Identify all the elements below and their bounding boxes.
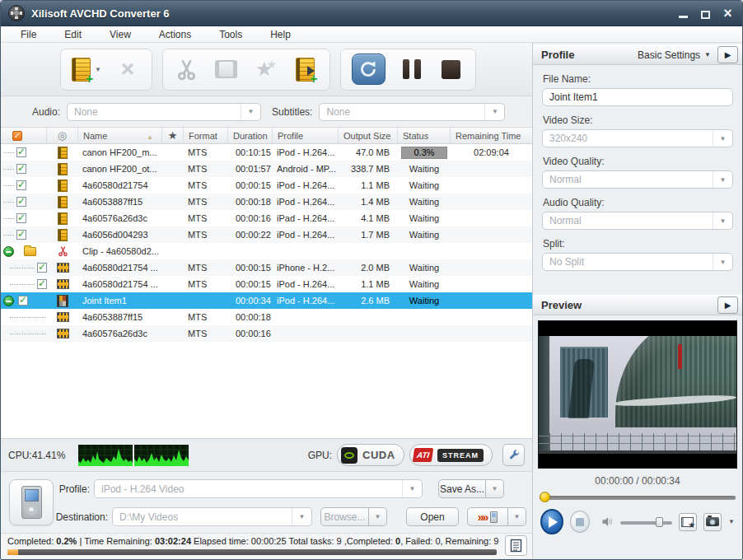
collapse-button[interactable]	[3, 246, 14, 257]
save-as-menu-button[interactable]	[486, 479, 504, 498]
split-select[interactable]: No Split	[542, 253, 733, 271]
menu-actions[interactable]: Actions	[159, 29, 191, 40]
add-file-button[interactable]: + ▼	[72, 52, 101, 86]
snapshot-folder-button[interactable]	[679, 513, 697, 531]
menu-help[interactable]: Help	[270, 29, 291, 40]
table-row[interactable]: 4a60576a26d3cMTS00:00:16	[1, 325, 532, 342]
effects-button[interactable]: ★★	[253, 52, 279, 86]
select-all-checkbox[interactable]	[12, 131, 22, 141]
table-row[interactable]: 4a6053887ff15MTS00:00:18iPod - H.264...1…	[1, 194, 532, 210]
header-name[interactable]: Name	[78, 128, 162, 143]
file-name-input[interactable]: Joint Item1	[542, 88, 733, 106]
video-quality-select[interactable]: Normal	[542, 170, 733, 189]
chevron-down-icon[interactable]	[713, 171, 732, 188]
table-row[interactable]: canon HF200_ot...MTS00:01:57Android - MP…	[1, 161, 532, 177]
chevron-down-icon[interactable]	[713, 254, 732, 270]
pause-icon	[403, 59, 409, 79]
header-media-icon[interactable]	[47, 128, 78, 143]
transfer-to-device-button[interactable]: »»	[467, 507, 508, 526]
header-star[interactable]	[162, 128, 184, 143]
subtitles-select[interactable]: None	[319, 103, 505, 121]
menu-edit[interactable]: Edit	[64, 29, 82, 40]
snapshot-menu-caret[interactable]: ▼	[728, 518, 735, 525]
delete-button[interactable]: ×	[114, 52, 141, 86]
convert-button[interactable]	[352, 54, 386, 85]
header-format[interactable]: Format	[184, 128, 228, 143]
row-checkbox[interactable]	[16, 230, 26, 240]
clip-button[interactable]	[174, 52, 200, 86]
menu-tools[interactable]: Tools	[219, 29, 242, 40]
row-checkbox[interactable]	[16, 147, 26, 157]
row-checkbox[interactable]	[16, 164, 26, 174]
table-row[interactable]: 4a60576a26d3cMTS00:00:16iPad - H.264...4…	[1, 210, 532, 226]
video-size-select[interactable]: 320x240	[542, 129, 733, 147]
row-checkbox[interactable]	[16, 197, 26, 207]
row-checkbox[interactable]	[18, 296, 28, 306]
add-output-profile-button[interactable]: +	[292, 52, 319, 86]
row-checkbox[interactable]	[16, 180, 26, 190]
table-row[interactable]: 4a60580d21754MTS00:00:15iPod - H.264...1…	[1, 177, 532, 194]
collapse-button[interactable]	[3, 296, 14, 306]
chevron-down-icon[interactable]	[713, 212, 732, 229]
destination-select[interactable]: D:\My Videos	[112, 507, 312, 526]
table-row[interactable]: 4a60580d21754 ...MTS00:00:15iPod - H.264…	[1, 276, 532, 292]
audio-select[interactable]: None	[67, 103, 261, 121]
volume-slider[interactable]	[620, 516, 672, 528]
details-button[interactable]	[505, 535, 527, 556]
header-status[interactable]: Status	[398, 128, 451, 143]
preview-expand-button[interactable]	[717, 296, 738, 314]
seek-knob[interactable]	[540, 492, 550, 502]
preview-stop-button[interactable]	[570, 511, 590, 533]
chevron-down-icon[interactable]	[241, 104, 260, 120]
table-row[interactable]: Joint Item100:00:34iPod - H.264...2.6 MB…	[1, 292, 532, 309]
snapshot-button[interactable]	[703, 513, 722, 531]
destination-value: D:\My Videos	[113, 511, 292, 523]
output-profile-select[interactable]: iPod - H.264 Video	[94, 479, 423, 498]
browse-button[interactable]: Browse...	[320, 507, 369, 526]
menu-view[interactable]: View	[110, 29, 131, 40]
chevron-down-icon[interactable]	[292, 508, 311, 525]
volume-handle[interactable]	[656, 517, 663, 527]
header-profile[interactable]: Profile	[273, 128, 339, 143]
row-checkbox[interactable]	[37, 263, 47, 273]
profile-expand-button[interactable]	[717, 46, 738, 63]
play-button[interactable]	[540, 509, 563, 534]
chevron-down-icon[interactable]	[402, 480, 422, 497]
transfer-menu-button[interactable]	[508, 507, 526, 526]
browse-menu-button[interactable]	[369, 507, 387, 526]
table-row[interactable]: 4a60580d21754 ...MTS00:00:15iPhone - H.2…	[1, 259, 532, 276]
crop-button[interactable]	[213, 52, 240, 86]
open-button[interactable]: Open	[406, 507, 459, 526]
basic-settings-dropdown[interactable]: Basic Settings	[638, 49, 711, 61]
cuda-button[interactable]: CUDA	[337, 444, 404, 466]
stop-icon	[576, 518, 584, 526]
table-row[interactable]: 4a6053887ff15MTS00:00:18	[1, 309, 532, 325]
header-remaining-time[interactable]: Remaining Time	[451, 128, 532, 143]
menu-file[interactable]: File	[21, 29, 36, 40]
chevron-down-icon[interactable]	[713, 130, 732, 147]
seek-track[interactable]	[540, 496, 736, 500]
header-duration[interactable]: Duration	[228, 128, 273, 143]
seek-slider[interactable]	[540, 492, 736, 503]
stop-button[interactable]	[438, 52, 465, 86]
gpu-settings-button[interactable]	[502, 444, 525, 466]
row-checkbox[interactable]	[37, 279, 47, 289]
maximize-button[interactable]	[699, 7, 712, 19]
volume-icon[interactable]	[601, 516, 614, 528]
chevron-down-icon[interactable]	[484, 104, 504, 120]
save-as-button[interactable]: Save As...	[438, 479, 486, 498]
header-output-size[interactable]: Output Size	[339, 128, 398, 143]
row-checkbox[interactable]	[16, 213, 26, 223]
split-label: Split:	[543, 238, 742, 250]
audio-quality-field: Audio Quality: Normal	[533, 189, 742, 230]
header-checkbox-cell[interactable]	[1, 128, 47, 143]
ati-stream-button[interactable]: ATI STREAM	[409, 444, 493, 466]
volume-track[interactable]	[620, 521, 672, 525]
audio-quality-select[interactable]: Normal	[542, 212, 733, 230]
pause-button[interactable]	[399, 52, 425, 86]
table-row[interactable]: 4a6056d004293MTS00:00:22iPod - H.264...1…	[1, 226, 532, 243]
table-row[interactable]: canon HF200_m...MTS00:10:15iPod - H.264.…	[1, 144, 532, 161]
minimize-button[interactable]	[677, 7, 689, 19]
table-row[interactable]: Clip - 4a60580d2...	[1, 243, 532, 259]
close-button[interactable]: ×	[722, 7, 734, 19]
